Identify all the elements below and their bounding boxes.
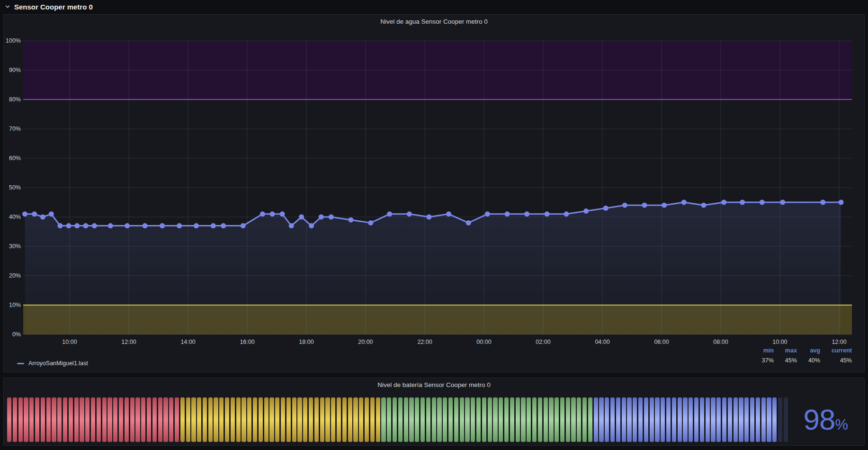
gauge-cell-blue	[722, 397, 726, 442]
gauge-cell-green	[499, 397, 503, 442]
battery-value: 98%	[803, 405, 848, 434]
stat-header-current[interactable]: current	[832, 347, 852, 354]
stat-header-avg[interactable]: avg	[808, 347, 820, 354]
stat-header-min[interactable]: min	[762, 347, 774, 354]
data-point	[125, 223, 130, 228]
gauge-cell-red	[57, 397, 62, 442]
data-point	[839, 200, 844, 205]
gauge-cell-yellow	[320, 397, 324, 442]
gauge-cell-red	[158, 397, 162, 442]
gauge-cell-yellow	[309, 397, 313, 442]
gauge-cell-green	[448, 397, 453, 442]
data-point	[820, 200, 825, 205]
x-axis-label: 04:00	[586, 339, 619, 345]
stat-header-max[interactable]: max	[785, 347, 797, 354]
gauge-cell-green	[571, 397, 575, 442]
gauge-cell-blue	[666, 397, 671, 442]
gauge-cell-red	[41, 397, 45, 442]
battery-panel-title[interactable]: Nivel de batería Sensor Cooper metro 0	[4, 381, 864, 388]
gauge-cell-yellow	[365, 397, 369, 442]
gauge-cell-yellow	[264, 397, 268, 442]
data-point	[348, 217, 353, 223]
x-axis-label: 18:00	[290, 339, 323, 345]
gauge-cell-blue	[599, 397, 603, 442]
gauge-cell-blue	[700, 397, 704, 442]
series-area-fill	[25, 202, 841, 334]
gauge-cell-green	[454, 397, 458, 442]
gauge-cell-blue	[622, 397, 626, 442]
data-point	[564, 211, 569, 216]
gauge-cell-green	[555, 397, 559, 442]
row-title: Sensor Cooper metro 0	[14, 3, 93, 11]
data-point	[92, 223, 97, 228]
gauge-cell-red	[80, 397, 84, 442]
gauge-cell-yellow	[197, 397, 201, 442]
data-point	[49, 211, 54, 216]
gauge-cell-blue	[767, 397, 771, 442]
data-point	[40, 215, 45, 220]
gauge-cell-yellow	[314, 397, 319, 442]
gauge-cell-green	[437, 397, 441, 442]
gauge-cell-yellow	[203, 397, 207, 442]
data-point	[241, 223, 246, 228]
gauge-cell-green	[588, 397, 592, 442]
data-point	[368, 220, 373, 225]
gauge-cell-red	[24, 397, 28, 442]
y-axis-label: 80%	[4, 96, 21, 103]
water-level-chart[interactable]	[23, 41, 852, 334]
gauge-cell-blue	[694, 397, 698, 442]
gauge-cell-blue	[761, 397, 766, 442]
gauge-cell-red	[74, 397, 79, 442]
gauge-cell-red	[107, 397, 112, 442]
gauge-cell-red	[147, 397, 151, 442]
gauge-cell-empty	[778, 397, 782, 442]
battery-value-number: 98	[803, 403, 835, 436]
gauge-cell-blue	[627, 397, 631, 442]
gauge-cell-blue	[678, 397, 682, 442]
gauge-cell-yellow	[331, 397, 335, 442]
gauge-cell-green	[560, 397, 564, 442]
gauge-cell-blue	[655, 397, 659, 442]
gauge-cell-blue	[744, 397, 749, 442]
gauge-cell-green	[460, 397, 464, 442]
data-point	[524, 211, 529, 216]
y-axis-label: 10%	[4, 301, 21, 309]
gauge-cell-yellow	[180, 397, 185, 442]
stat-value-current: 45%	[832, 357, 852, 364]
y-axis-label: 100%	[4, 37, 21, 45]
data-point	[603, 206, 608, 211]
gauge-cell-red	[97, 397, 101, 442]
gauge-cell-yellow	[186, 397, 190, 442]
gauge-cell-blue	[683, 397, 687, 442]
gauge-cell-green	[566, 397, 570, 442]
gauge-cell-yellow	[342, 397, 347, 442]
gauge-cell-green	[387, 397, 391, 442]
water-panel-title[interactable]: Nivel de agua Sensor Cooper metro 0	[4, 18, 864, 25]
gauge-cell-red	[152, 397, 157, 442]
gauge-cell-yellow	[353, 397, 358, 442]
row-header-sensor-cooper[interactable]: Sensor Cooper metro 0	[0, 0, 93, 13]
data-point	[721, 200, 726, 205]
gauge-cell-yellow	[208, 397, 213, 442]
data-point	[58, 223, 63, 228]
data-point	[642, 203, 647, 208]
gauge-cell-yellow	[219, 397, 224, 442]
gauge-cell-green	[482, 397, 486, 442]
gauge-cell-red	[63, 397, 67, 442]
data-point	[760, 200, 765, 205]
data-point	[309, 223, 314, 228]
legend-item-series[interactable]: ArroyoSanMiguel1.last	[17, 360, 88, 367]
gauge-cell-yellow	[370, 397, 375, 442]
gauge-cell-yellow	[376, 397, 380, 442]
gauge-cell-yellow	[269, 397, 274, 442]
gauge-cell-yellow	[242, 397, 246, 442]
legend-stats: min max avg current 37% 45% 40% 45%	[762, 347, 852, 364]
gauge-cell-green	[393, 397, 397, 442]
gauge-cell-green	[544, 397, 548, 442]
chevron-down-icon[interactable]	[4, 3, 11, 10]
data-point	[545, 211, 550, 216]
data-point	[66, 223, 72, 228]
gauge-cell-blue	[728, 397, 732, 442]
y-axis-label: 30%	[4, 243, 21, 250]
gauge-cell-red	[175, 397, 179, 442]
